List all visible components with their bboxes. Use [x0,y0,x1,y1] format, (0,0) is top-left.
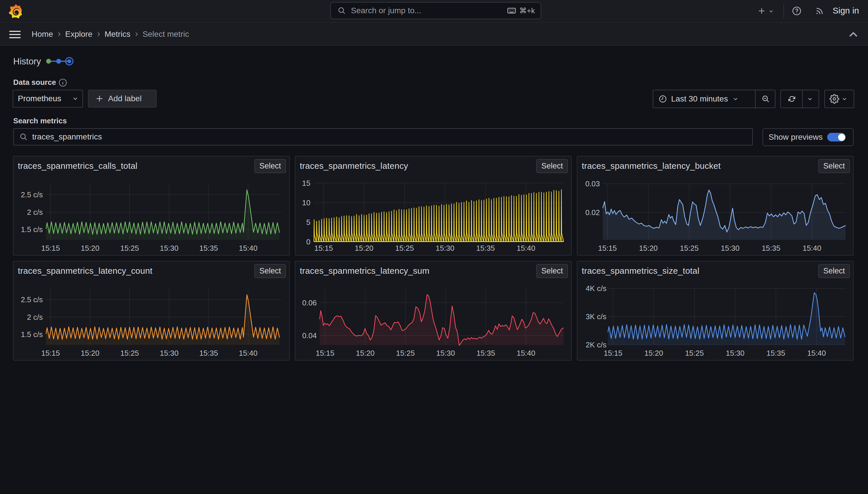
svg-text:10: 10 [302,198,310,207]
svg-text:15:30: 15:30 [726,349,744,357]
svg-text:15:25: 15:25 [396,349,415,357]
svg-text:15: 15 [302,179,310,188]
svg-text:15:30: 15:30 [436,349,455,357]
svg-text:2 c/s: 2 c/s [27,313,43,322]
svg-text:15:30: 15:30 [721,244,739,252]
svg-text:15:30: 15:30 [436,244,454,252]
svg-text:0.02: 0.02 [585,208,600,217]
svg-text:3K c/s: 3K c/s [586,312,607,321]
svg-text:15:15: 15:15 [316,349,334,357]
svg-text:15:20: 15:20 [645,349,663,357]
svg-text:15:25: 15:25 [120,349,139,357]
svg-text:15:25: 15:25 [685,349,704,357]
svg-text:2.5 c/s: 2.5 c/s [21,190,43,199]
svg-text:15:25: 15:25 [680,244,699,252]
svg-text:15:40: 15:40 [239,349,258,357]
svg-text:15:25: 15:25 [120,244,139,252]
svg-text:15:15: 15:15 [41,244,60,252]
svg-text:15:40: 15:40 [516,244,535,252]
svg-text:4K c/s: 4K c/s [586,284,607,293]
svg-text:15:20: 15:20 [355,244,373,252]
svg-text:15:20: 15:20 [81,349,99,357]
svg-text:15:15: 15:15 [598,244,617,252]
svg-text:15:40: 15:40 [516,349,535,357]
svg-text:1.5 c/s: 1.5 c/s [21,330,43,339]
svg-text:0.06: 0.06 [302,299,317,307]
svg-text:2.5 c/s: 2.5 c/s [21,295,43,304]
svg-text:5: 5 [307,218,310,227]
svg-text:15:20: 15:20 [639,244,657,252]
svg-text:0: 0 [307,238,310,246]
svg-text:15:35: 15:35 [199,244,218,252]
svg-text:15:40: 15:40 [239,244,258,252]
svg-text:15:20: 15:20 [81,244,99,252]
svg-text:15:35: 15:35 [476,349,495,357]
svg-text:1.5 c/s: 1.5 c/s [21,225,43,234]
svg-text:15:20: 15:20 [356,349,375,357]
svg-text:15:15: 15:15 [41,349,60,357]
svg-text:15:30: 15:30 [160,349,178,357]
svg-text:15:15: 15:15 [314,244,333,252]
svg-text:15:30: 15:30 [160,244,178,252]
svg-text:15:40: 15:40 [803,244,821,252]
svg-text:0.04: 0.04 [302,331,317,340]
svg-text:2K c/s: 2K c/s [586,340,607,349]
svg-text:15:35: 15:35 [767,349,785,357]
svg-text:15:35: 15:35 [476,244,495,252]
svg-text:15:35: 15:35 [199,349,218,357]
svg-text:15:15: 15:15 [604,349,622,357]
svg-text:15:25: 15:25 [395,244,414,252]
svg-text:2 c/s: 2 c/s [27,208,43,216]
svg-text:15:40: 15:40 [807,349,826,357]
svg-text:0.03: 0.03 [585,179,600,188]
svg-text:15:35: 15:35 [762,244,780,252]
